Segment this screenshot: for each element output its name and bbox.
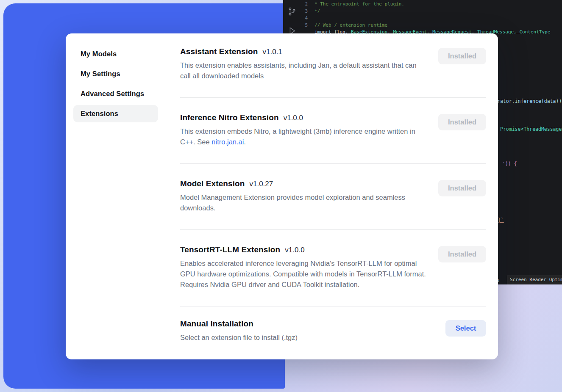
extension-info: TensortRT-LLM Extension v1.0.0 Enables a… bbox=[180, 245, 426, 290]
installed-button[interactable]: Installed bbox=[438, 48, 486, 64]
line-number: 3 bbox=[301, 8, 314, 15]
nitro-link[interactable]: nitro.jan.ai bbox=[211, 138, 244, 146]
settings-sidebar: My Models My Settings Advanced Settings … bbox=[66, 33, 165, 359]
installed-button[interactable]: Installed bbox=[438, 114, 486, 130]
extensions-list: Assistant Extension v1.0.1 This extensio… bbox=[165, 33, 498, 359]
extension-version: v1.0.27 bbox=[249, 180, 273, 188]
extension-row-model: Model Extension v1.0.27 Model Management… bbox=[180, 164, 486, 230]
extension-name: Assistant Extension bbox=[180, 47, 258, 56]
code-line: 3 */ bbox=[301, 8, 562, 15]
extension-name: TensortRT-LLM Extension bbox=[180, 245, 280, 254]
line-number: 5 bbox=[301, 22, 314, 29]
screen-reader-notification[interactable]: Screen Reader Optimized bbox=[507, 276, 562, 284]
extension-title-row: TensortRT-LLM Extension v1.0.0 bbox=[180, 245, 426, 254]
code-fragment: Promise<ThreadMessage> bbox=[500, 126, 562, 133]
extension-info: Inference Nitro Extension v1.0.0 This ex… bbox=[180, 113, 426, 147]
extension-row-assistant: Assistant Extension v1.0.1 This extensio… bbox=[180, 33, 486, 98]
extension-info: Assistant Extension v1.0.1 This extensio… bbox=[180, 47, 426, 81]
extension-description: This extension enables assistants, inclu… bbox=[180, 60, 426, 81]
settings-modal: My Models My Settings Advanced Settings … bbox=[66, 33, 498, 359]
code-text: */ bbox=[314, 8, 320, 15]
installed-button[interactable]: Installed bbox=[438, 180, 486, 196]
manual-install-title-row: Manual Installation bbox=[180, 319, 298, 329]
code-lines: 2 * The entrypoint for the plugin. 3 */ … bbox=[301, 1, 562, 36]
extension-title-row: Model Extension v1.0.27 bbox=[180, 179, 426, 188]
installed-button[interactable]: Installed bbox=[438, 246, 486, 262]
extension-row-tensorrt-llm: TensortRT-LLM Extension v1.0.0 Enables a… bbox=[180, 230, 486, 306]
extension-title-row: Assistant Extension v1.0.1 bbox=[180, 47, 426, 56]
extension-info: Model Extension v1.0.27 Model Management… bbox=[180, 179, 426, 213]
sidebar-item-advanced-settings[interactable]: Advanced Settings bbox=[73, 85, 158, 102]
manual-install-title: Manual Installation bbox=[180, 319, 253, 329]
extension-row-inference-nitro: Inference Nitro Extension v1.0.0 This ex… bbox=[180, 98, 486, 164]
description-text: . bbox=[244, 138, 246, 146]
code-fragment: ')) { bbox=[502, 160, 517, 168]
extension-name: Inference Nitro Extension bbox=[180, 113, 279, 122]
code-text: * The entrypoint for the plugin. bbox=[314, 1, 404, 8]
code-line: 4 bbox=[301, 15, 562, 22]
select-file-button[interactable]: Select bbox=[445, 320, 486, 337]
code-line: 5 // Web / extension runtime bbox=[301, 22, 562, 29]
line-number: 4 bbox=[301, 15, 314, 22]
extension-version: v1.0.1 bbox=[263, 48, 282, 56]
sidebar-item-my-settings[interactable]: My Settings bbox=[73, 65, 158, 83]
manual-install-description: Select an extension file to install (.tg… bbox=[180, 332, 298, 343]
extension-name: Model Extension bbox=[180, 179, 245, 188]
extension-description: This extension embeds Nitro, a lightweig… bbox=[180, 126, 426, 147]
sidebar-item-extensions[interactable]: Extensions bbox=[73, 105, 158, 122]
extension-version: v1.0.0 bbox=[284, 114, 303, 122]
code-line: 2 * The entrypoint for the plugin. bbox=[301, 1, 562, 8]
manual-installation-row: Manual Installation Select an extension … bbox=[180, 306, 486, 343]
extension-title-row: Inference Nitro Extension v1.0.0 bbox=[180, 113, 426, 122]
code-text: // Web / extension runtime bbox=[314, 22, 387, 29]
extension-description: Model Management Extension provides mode… bbox=[180, 192, 426, 213]
sidebar-item-my-models[interactable]: My Models bbox=[73, 45, 158, 63]
manual-install-info: Manual Installation Select an extension … bbox=[180, 319, 298, 343]
extension-version: v1.0.0 bbox=[285, 246, 304, 254]
source-control-icon[interactable] bbox=[287, 7, 297, 16]
code-fragment: rator.inference(data)); bbox=[497, 98, 562, 105]
line-number: 2 bbox=[301, 1, 314, 8]
extension-description: Enables accelerated inference leveraging… bbox=[180, 258, 426, 290]
